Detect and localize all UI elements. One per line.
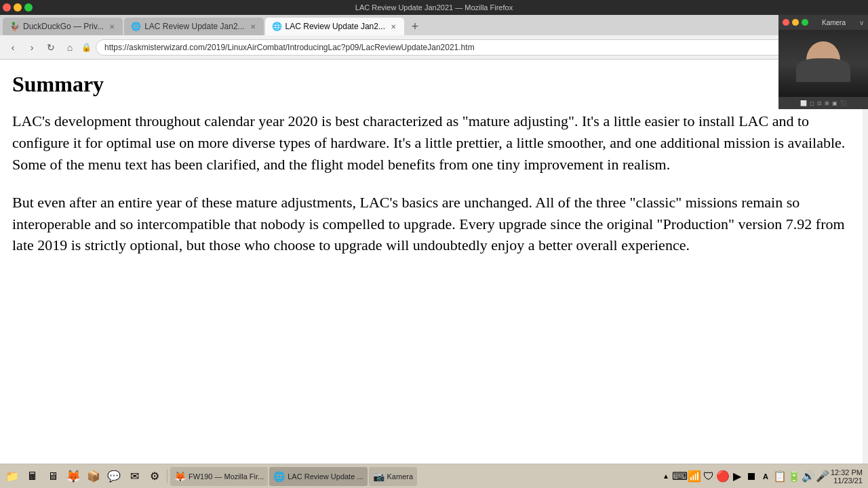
home-button[interactable]: ⌂: [62, 40, 77, 55]
tray-icon-mic[interactable]: 🎤: [816, 470, 829, 483]
kamera-video-feed: [778, 30, 868, 97]
taskbar-app-kamera[interactable]: 📷 Kamera: [369, 467, 418, 486]
tray-icon-chevron[interactable]: ▲: [660, 470, 672, 483]
taskbar-app-lac[interactable]: 🌐 LAC Review Update ...: [269, 467, 367, 486]
back-button[interactable]: ‹: [5, 40, 20, 55]
tab-favicon-1: 🦆: [9, 22, 19, 31]
kamera-person: [778, 30, 868, 97]
clock-time: 12:32 PM: [831, 468, 863, 476]
tab-label-3: LAC Review Update Jan2...: [285, 22, 385, 31]
kamera-ctrl-3[interactable]: ⊡: [817, 100, 822, 106]
tray-icon-keyboard[interactable]: ⌨: [674, 470, 686, 483]
forward-button[interactable]: ›: [24, 40, 39, 55]
taskbar-icon-mail[interactable]: ✉: [125, 467, 144, 486]
kamera-ctrl-1[interactable]: ⬜: [800, 100, 807, 106]
kamera-app-icon: 📷: [373, 471, 384, 482]
taskbar-icon-package[interactable]: 📦: [84, 467, 103, 486]
lac-label: LAC Review Update ...: [288, 472, 363, 481]
page-heading: Summary: [12, 72, 856, 97]
taskbar-icon-files[interactable]: 📁: [3, 467, 22, 486]
taskbar: 📁 🖩 🖥 🦊 📦 💬 ✉ ⚙ 🦊 FW190 — Mozilla Fir...…: [0, 464, 868, 488]
titlebar: LAC Review Update Jan2021 — Mozilla Fire…: [0, 0, 868, 15]
tray-icon-app2[interactable]: ▶: [731, 470, 743, 483]
tray-icon-app3[interactable]: ⏹: [745, 470, 757, 483]
tray-icon-shield[interactable]: 🛡: [703, 470, 715, 483]
taskbar-icon-terminal[interactable]: 🖥: [43, 467, 62, 486]
url-input[interactable]: [96, 39, 818, 56]
taskbar-icon-chat[interactable]: 💬: [104, 467, 123, 486]
tab-duckduckgo[interactable]: 🦆 DuckDuckGo — Priv... ✕: [3, 18, 123, 35]
kamera-ctrl-5[interactable]: ▣: [832, 100, 837, 106]
paragraph-2: But even after an entire year of these m…: [12, 192, 856, 257]
reload-button[interactable]: ↻: [43, 40, 58, 55]
tab-lac-2[interactable]: 🌐 LAC Review Update Jan2... ✕: [124, 18, 263, 35]
kamera-controls-bar[interactable]: ⬜ ◻ ⊡ ⊞ ▣ ⬛: [778, 97, 868, 109]
main-content: Summary LAC's development throughout cal…: [0, 60, 868, 464]
maximize-button[interactable]: [24, 3, 33, 12]
kamera-titlebar[interactable]: Kamera ∨: [778, 15, 868, 30]
kamera-ctrl-4[interactable]: ⊞: [825, 100, 829, 106]
taskbar-app-fw190[interactable]: 🦊 FW190 — Mozilla Fir...: [170, 467, 268, 486]
kamera-ctrl-2[interactable]: ◻: [810, 100, 814, 106]
paragraph-1: LAC's development throughout calendar ye…: [12, 110, 856, 176]
lock-icon: 🔒: [81, 43, 92, 52]
tab-lac-active[interactable]: 🌐 LAC Review Update Jan2... ✕: [265, 18, 404, 35]
minimize-button[interactable]: [14, 3, 22, 12]
kamera-minimize[interactable]: [792, 19, 799, 26]
tab-close-2[interactable]: ✕: [249, 23, 257, 30]
new-tab-button[interactable]: +: [406, 18, 425, 35]
tab-favicon-3: 🌐: [272, 22, 281, 31]
fw190-icon: 🦊: [174, 471, 186, 482]
kamera-title: Kamera: [811, 19, 856, 26]
tab-close-3[interactable]: ✕: [389, 23, 397, 30]
tray-icon-clipboard[interactable]: 📋: [774, 470, 786, 483]
lac-icon: 🌐: [273, 471, 285, 482]
taskbar-divider-1: [167, 470, 167, 483]
titlebar-controls[interactable]: [3, 3, 33, 12]
kamera-maximize[interactable]: [802, 19, 808, 26]
tray-icon-network[interactable]: 📶: [688, 470, 701, 483]
system-tray: ▲ ⌨ 📶 🛡 🔴 ▶ ⏹ A 📋 🔋 🔊 🎤 12:32 PM 11/23/2…: [660, 468, 865, 485]
close-button[interactable]: [3, 3, 11, 12]
tray-icon-font[interactable]: A: [760, 470, 772, 483]
tab-label-1: DuckDuckGo — Priv...: [23, 22, 104, 31]
clock-date: 11/23/21: [831, 476, 863, 485]
tab-label-2: LAC Review Update Jan2...: [144, 22, 244, 31]
addressbar: ‹ › ↻ ⌂ 🔒 300% ≡: [0, 35, 868, 60]
window-title: LAC Review Update Jan2021 — Mozilla Fire…: [355, 3, 513, 12]
scrollbar-track[interactable]: [863, 60, 868, 464]
tab-favicon-2: 🌐: [131, 22, 140, 31]
tab-close-1[interactable]: ✕: [108, 23, 116, 30]
taskbar-icon-settings[interactable]: ⚙: [145, 467, 164, 486]
kamera-app-label: Kamera: [387, 472, 414, 481]
tray-icon-volume[interactable]: 🔊: [802, 470, 814, 483]
tabbar: 🦆 DuckDuckGo — Priv... ✕ 🌐 LAC Review Up…: [0, 15, 868, 35]
kamera-body: [796, 58, 850, 82]
kamera-chevron-icon[interactable]: ∨: [859, 19, 864, 26]
taskbar-clock[interactable]: 12:32 PM 11/23/21: [831, 468, 865, 485]
tray-icon-battery[interactable]: 🔋: [788, 470, 800, 483]
kamera-close[interactable]: [783, 19, 789, 26]
fw190-label: FW190 — Mozilla Fir...: [189, 472, 264, 481]
kamera-window: Kamera ∨ ⬜ ◻ ⊡ ⊞ ▣ ⬛: [778, 15, 868, 109]
kamera-ctrl-6[interactable]: ⬛: [840, 100, 847, 106]
tray-icon-app1[interactable]: 🔴: [717, 470, 729, 483]
taskbar-icon-browser[interactable]: 🦊: [64, 467, 83, 486]
taskbar-icon-calculator[interactable]: 🖩: [23, 467, 42, 486]
